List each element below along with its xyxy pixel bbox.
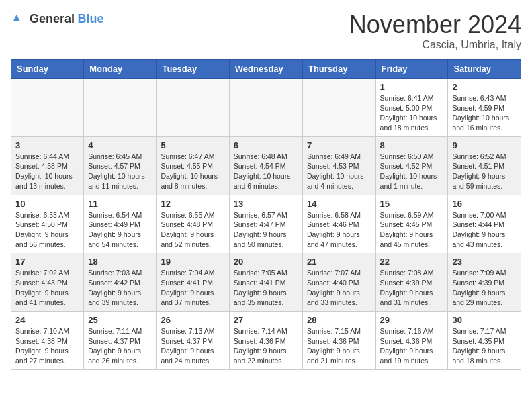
calendar-table: SundayMondayTuesdayWednesdayThursdayFrid… — [11, 59, 521, 370]
day-number: 23 — [452, 257, 517, 267]
day-number: 5 — [161, 140, 224, 150]
day-info: Sunrise: 7:08 AM Sunset: 4:39 PM Dayligh… — [380, 268, 444, 308]
day-number: 9 — [452, 140, 517, 150]
weekday-header-tuesday: Tuesday — [157, 60, 229, 79]
calendar-week-row: 17Sunrise: 7:02 AM Sunset: 4:43 PM Dayli… — [11, 253, 521, 312]
day-info: Sunrise: 6:54 AM Sunset: 4:49 PM Dayligh… — [88, 210, 152, 250]
calendar-cell: 16Sunrise: 7:00 AM Sunset: 4:44 PM Dayli… — [448, 195, 521, 253]
day-info: Sunrise: 7:09 AM Sunset: 4:39 PM Dayligh… — [452, 268, 517, 308]
day-number: 10 — [15, 199, 79, 209]
day-number: 7 — [307, 140, 371, 150]
day-number: 1 — [380, 82, 444, 92]
day-number: 27 — [234, 315, 298, 325]
day-info: Sunrise: 6:55 AM Sunset: 4:48 PM Dayligh… — [161, 210, 224, 250]
day-info: Sunrise: 7:02 AM Sunset: 4:43 PM Dayligh… — [15, 268, 79, 308]
day-number: 16 — [452, 199, 517, 209]
day-info: Sunrise: 6:53 AM Sunset: 4:50 PM Dayligh… — [15, 210, 79, 250]
day-info: Sunrise: 7:11 AM Sunset: 4:37 PM Dayligh… — [88, 326, 152, 366]
day-number: 15 — [380, 199, 444, 209]
weekday-header-sunday: Sunday — [11, 60, 84, 79]
day-number: 2 — [452, 82, 517, 92]
svg-text:▲: ▲ — [11, 11, 22, 24]
calendar-cell: 15Sunrise: 6:59 AM Sunset: 4:45 PM Dayli… — [375, 195, 448, 253]
weekday-header-saturday: Saturday — [448, 60, 521, 79]
calendar-cell: 17Sunrise: 7:02 AM Sunset: 4:43 PM Dayli… — [11, 253, 84, 312]
day-info: Sunrise: 6:59 AM Sunset: 4:45 PM Dayligh… — [380, 210, 444, 250]
day-number: 30 — [452, 315, 517, 325]
calendar-cell: 25Sunrise: 7:11 AM Sunset: 4:37 PM Dayli… — [84, 312, 157, 370]
day-number: 17 — [15, 257, 79, 267]
calendar-cell: 18Sunrise: 7:03 AM Sunset: 4:42 PM Dayli… — [84, 253, 157, 312]
logo-wordmark: General Blue — [30, 12, 104, 26]
day-info: Sunrise: 7:10 AM Sunset: 4:38 PM Dayligh… — [15, 326, 79, 366]
day-info: Sunrise: 7:17 AM Sunset: 4:35 PM Dayligh… — [452, 326, 517, 366]
weekday-header-friday: Friday — [375, 60, 448, 79]
calendar-cell: 10Sunrise: 6:53 AM Sunset: 4:50 PM Dayli… — [11, 195, 84, 253]
day-info: Sunrise: 7:07 AM Sunset: 4:40 PM Dayligh… — [307, 268, 371, 308]
weekday-header-wednesday: Wednesday — [229, 60, 302, 79]
weekday-header-thursday: Thursday — [302, 60, 375, 79]
logo-icon: ▲ — [11, 11, 27, 27]
calendar-cell — [157, 79, 229, 137]
calendar-cell — [302, 79, 375, 137]
day-number: 19 — [161, 257, 224, 267]
calendar-cell — [11, 79, 84, 137]
calendar-cell: 7Sunrise: 6:49 AM Sunset: 4:53 PM Daylig… — [302, 136, 375, 195]
calendar-cell: 23Sunrise: 7:09 AM Sunset: 4:39 PM Dayli… — [448, 253, 521, 312]
calendar-cell: 8Sunrise: 6:50 AM Sunset: 4:52 PM Daylig… — [375, 136, 448, 195]
day-number: 26 — [161, 315, 224, 325]
day-info: Sunrise: 6:47 AM Sunset: 4:55 PM Dayligh… — [161, 152, 224, 191]
calendar-week-row: 10Sunrise: 6:53 AM Sunset: 4:50 PM Dayli… — [11, 195, 521, 253]
title-block: November 2024 Cascia, Umbria, Italy — [349, 11, 521, 51]
day-number: 6 — [234, 140, 298, 150]
day-number: 4 — [88, 140, 152, 150]
day-info: Sunrise: 6:41 AM Sunset: 5:00 PM Dayligh… — [380, 93, 444, 133]
logo-general: General — [30, 12, 75, 26]
day-info: Sunrise: 6:52 AM Sunset: 4:51 PM Dayligh… — [452, 152, 517, 191]
day-number: 25 — [88, 315, 152, 325]
calendar-week-row: 24Sunrise: 7:10 AM Sunset: 4:38 PM Dayli… — [11, 312, 521, 370]
weekday-header-monday: Monday — [84, 60, 157, 79]
day-info: Sunrise: 7:16 AM Sunset: 4:36 PM Dayligh… — [380, 326, 444, 366]
calendar-cell: 6Sunrise: 6:48 AM Sunset: 4:54 PM Daylig… — [229, 136, 302, 195]
calendar-cell: 24Sunrise: 7:10 AM Sunset: 4:38 PM Dayli… — [11, 312, 84, 370]
calendar-cell: 22Sunrise: 7:08 AM Sunset: 4:39 PM Dayli… — [375, 253, 448, 312]
day-number: 18 — [88, 257, 152, 267]
day-number: 28 — [307, 315, 371, 325]
calendar-cell: 11Sunrise: 6:54 AM Sunset: 4:49 PM Dayli… — [84, 195, 157, 253]
location: Cascia, Umbria, Italy — [349, 39, 521, 51]
calendar-cell: 13Sunrise: 6:57 AM Sunset: 4:47 PM Dayli… — [229, 195, 302, 253]
calendar-cell: 4Sunrise: 6:45 AM Sunset: 4:57 PM Daylig… — [84, 136, 157, 195]
month-title: November 2024 — [349, 11, 521, 39]
calendar-cell: 19Sunrise: 7:04 AM Sunset: 4:41 PM Dayli… — [157, 253, 229, 312]
day-number: 8 — [380, 140, 444, 150]
day-number: 29 — [380, 315, 444, 325]
day-number: 12 — [161, 199, 224, 209]
day-info: Sunrise: 6:44 AM Sunset: 4:58 PM Dayligh… — [15, 152, 79, 191]
logo: ▲ General Blue — [11, 11, 104, 27]
calendar-cell: 20Sunrise: 7:05 AM Sunset: 4:41 PM Dayli… — [229, 253, 302, 312]
calendar-cell: 3Sunrise: 6:44 AM Sunset: 4:58 PM Daylig… — [11, 136, 84, 195]
day-info: Sunrise: 6:45 AM Sunset: 4:57 PM Dayligh… — [88, 152, 152, 191]
page-header: ▲ General Blue November 2024 Cascia, Umb… — [11, 11, 521, 51]
calendar-week-row: 3Sunrise: 6:44 AM Sunset: 4:58 PM Daylig… — [11, 136, 521, 195]
calendar-cell: 2Sunrise: 6:43 AM Sunset: 4:59 PM Daylig… — [448, 79, 521, 137]
calendar-cell: 28Sunrise: 7:15 AM Sunset: 4:36 PM Dayli… — [302, 312, 375, 370]
day-number: 22 — [380, 257, 444, 267]
calendar-cell: 27Sunrise: 7:14 AM Sunset: 4:36 PM Dayli… — [229, 312, 302, 370]
calendar-cell: 14Sunrise: 6:58 AM Sunset: 4:46 PM Dayli… — [302, 195, 375, 253]
day-number: 13 — [234, 199, 298, 209]
calendar-cell: 12Sunrise: 6:55 AM Sunset: 4:48 PM Dayli… — [157, 195, 229, 253]
calendar-cell: 29Sunrise: 7:16 AM Sunset: 4:36 PM Dayli… — [375, 312, 448, 370]
day-info: Sunrise: 7:05 AM Sunset: 4:41 PM Dayligh… — [234, 268, 298, 308]
calendar-cell — [229, 79, 302, 137]
day-info: Sunrise: 6:49 AM Sunset: 4:53 PM Dayligh… — [307, 152, 371, 191]
day-info: Sunrise: 6:58 AM Sunset: 4:46 PM Dayligh… — [307, 210, 371, 250]
calendar-header: SundayMondayTuesdayWednesdayThursdayFrid… — [11, 60, 521, 79]
day-number: 11 — [88, 199, 152, 209]
day-number: 3 — [15, 140, 79, 150]
day-info: Sunrise: 7:03 AM Sunset: 4:42 PM Dayligh… — [88, 268, 152, 308]
weekday-header-row: SundayMondayTuesdayWednesdayThursdayFrid… — [11, 60, 521, 79]
day-number: 21 — [307, 257, 371, 267]
day-number: 14 — [307, 199, 371, 209]
